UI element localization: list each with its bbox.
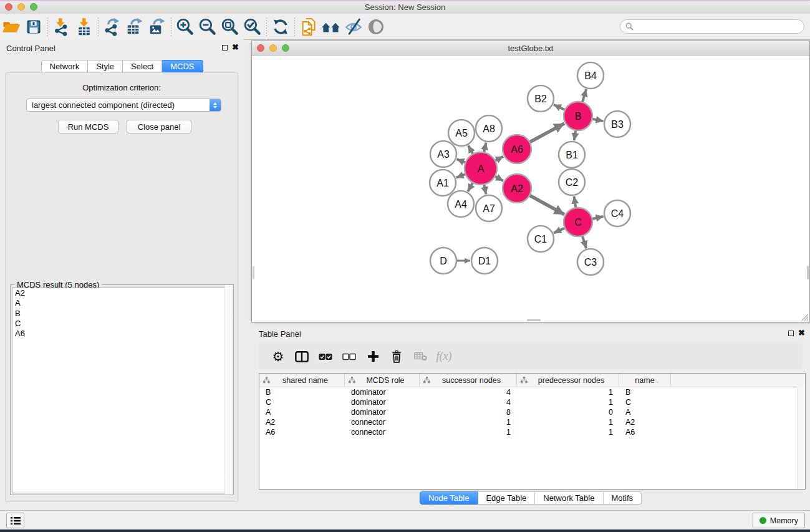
save-session-icon[interactable] xyxy=(22,16,45,37)
deselect-all-rows-icon[interactable] xyxy=(337,346,361,367)
tab-node-table[interactable]: Node Table xyxy=(420,491,478,505)
column-header-MCDS-role[interactable]: MCDS role xyxy=(345,374,420,387)
cell: B xyxy=(619,388,671,397)
tab-motifs[interactable]: Motifs xyxy=(603,491,642,505)
create-network-view-icon[interactable] xyxy=(297,16,320,37)
bottom-scroll-indicator[interactable] xyxy=(527,319,541,321)
column-header-name[interactable]: name xyxy=(619,374,671,387)
cell: A xyxy=(619,408,671,417)
zoom-selected-icon[interactable] xyxy=(241,16,264,37)
tab-edge-table[interactable]: Edge Table xyxy=(478,491,535,505)
cell: 4 xyxy=(420,388,517,397)
result-item-a6[interactable]: A6 xyxy=(12,329,231,339)
close-panel-button[interactable]: Close panel xyxy=(127,120,191,133)
table-panel-title: Table Panel xyxy=(259,329,301,339)
open-file-icon[interactable] xyxy=(0,16,22,37)
cell: C xyxy=(259,398,345,407)
left-scroll-indicator[interactable] xyxy=(253,266,254,279)
import-network-icon[interactable] xyxy=(51,16,73,37)
session-title: Session: New Session xyxy=(0,2,810,12)
cell: 1 xyxy=(420,418,517,427)
node-label-C4: C4 xyxy=(611,208,624,219)
node-label-C: C xyxy=(574,217,582,228)
result-list-scrollbar[interactable] xyxy=(224,285,233,495)
tab-network-table[interactable]: Network Table xyxy=(535,491,603,505)
float-panel-icon[interactable] xyxy=(222,45,228,51)
tab-select[interactable]: Select xyxy=(123,60,162,73)
node-label-A8: A8 xyxy=(483,123,495,134)
zoom-in-icon[interactable] xyxy=(174,16,196,37)
export-table-icon[interactable] xyxy=(123,16,146,37)
node-label-A3: A3 xyxy=(437,149,450,160)
titlebar: Session: New Session xyxy=(0,0,810,14)
toolbar-separator xyxy=(171,17,171,36)
float-table-panel-icon[interactable] xyxy=(788,331,794,336)
control-panel: Control Panel ✖ NetworkStyleSelectMCDS O… xyxy=(0,39,244,508)
criterion-dropdown[interactable]: largest connected component (directed) xyxy=(26,99,221,112)
cell: dominator xyxy=(345,398,420,407)
cell: connector xyxy=(345,428,420,437)
hide-graphics-details-icon[interactable] xyxy=(342,16,365,37)
cell: connector xyxy=(345,418,420,427)
table-row-c[interactable]: Cdominator41C xyxy=(259,397,805,407)
table-panel: Table Panel ✖ ⚙ xyxy=(251,326,810,508)
node-label-B4: B4 xyxy=(584,70,597,81)
cell: 1 xyxy=(517,418,619,427)
table-settings-icon[interactable]: ⚙ xyxy=(266,346,290,367)
toolbar-separator xyxy=(266,17,267,36)
import-table-icon[interactable] xyxy=(73,16,95,37)
column-header-shared-name[interactable]: shared name xyxy=(259,374,345,387)
memory-button[interactable]: Memory xyxy=(753,513,805,528)
delete-table-icon[interactable] xyxy=(408,346,432,367)
result-item-c[interactable]: C xyxy=(12,319,231,329)
mcds-result-list[interactable]: A2ABCA6 xyxy=(12,288,232,493)
delete-column-icon[interactable] xyxy=(385,346,408,367)
result-item-b[interactable]: B xyxy=(12,309,231,319)
zoom-out-icon[interactable] xyxy=(196,16,219,37)
table-scrollbar[interactable] xyxy=(797,387,805,489)
column-header-predecessor-nodes[interactable]: predecessor nodes xyxy=(517,374,619,387)
column-header-filler xyxy=(671,374,805,387)
list-icon xyxy=(11,516,21,525)
table-row-a2[interactable]: A2connector11A2 xyxy=(259,417,805,427)
node-label-A5: A5 xyxy=(455,128,468,138)
node-table-body: Bdominator41BCdominator41CAdominator80AA… xyxy=(259,387,805,437)
split-view-icon[interactable] xyxy=(290,346,314,367)
tab-mcds[interactable]: MCDS xyxy=(162,60,203,73)
table-row-b[interactable]: Bdominator41B xyxy=(259,387,805,397)
table-row-a6[interactable]: A6connector11A6 xyxy=(259,427,805,437)
network-home-icon[interactable] xyxy=(320,16,342,37)
function-builder-icon[interactable]: f(x) xyxy=(432,346,456,367)
search-box[interactable] xyxy=(620,19,804,34)
node-label-B: B xyxy=(575,111,582,122)
result-item-a2[interactable]: A2 xyxy=(12,288,231,298)
add-column-icon[interactable] xyxy=(361,346,385,367)
birds-eye-view-icon[interactable] xyxy=(365,16,387,37)
export-network-icon[interactable] xyxy=(101,16,123,37)
zoom-fit-icon[interactable] xyxy=(219,16,241,37)
close-table-panel-icon[interactable]: ✖ xyxy=(798,328,805,337)
tab-style[interactable]: Style xyxy=(88,60,123,73)
application-window: Session: New Session xyxy=(0,0,810,532)
task-history-button[interactable] xyxy=(6,513,24,528)
refresh-view-icon[interactable] xyxy=(269,16,292,37)
search-input[interactable] xyxy=(637,21,799,32)
mcds-tab-content: Optimization criterion: largest connecte… xyxy=(5,72,238,502)
node-label-A4: A4 xyxy=(455,199,467,210)
cell: 1 xyxy=(517,398,619,407)
network-graph-canvas[interactable]: B4B2BB3A8A5A6A3B1AA1C2A2A4A7C4CC1C3DD1 xyxy=(252,55,809,322)
select-all-rows-icon[interactable] xyxy=(314,346,337,367)
network-window-titlebar: testGlobe.txt xyxy=(252,41,809,56)
result-item-a[interactable]: A xyxy=(12,298,231,308)
right-scroll-indicator[interactable] xyxy=(807,266,809,279)
export-image-icon[interactable] xyxy=(146,16,168,37)
tab-network[interactable]: Network xyxy=(41,60,88,73)
node-label-C2: C2 xyxy=(566,177,579,188)
search-icon xyxy=(625,22,634,31)
column-header-successor-nodes[interactable]: successor nodes xyxy=(420,374,517,387)
table-row-a[interactable]: Adominator80A xyxy=(259,407,805,417)
cell: A6 xyxy=(259,428,345,437)
run-mcds-button[interactable]: Run MCDS xyxy=(58,120,118,133)
close-panel-icon[interactable]: ✖ xyxy=(232,42,239,52)
resize-grip-icon[interactable] xyxy=(800,312,809,321)
